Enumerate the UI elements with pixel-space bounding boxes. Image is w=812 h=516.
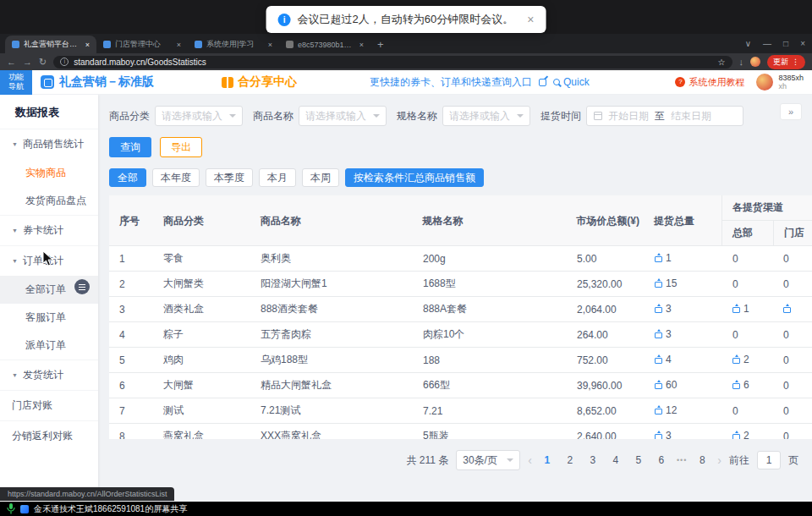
minimize-button[interactable]: — (763, 39, 771, 48)
pickup-value: 3 (666, 328, 672, 340)
sidebar-item[interactable]: 派单订单 (0, 332, 98, 360)
close-icon[interactable]: × (527, 13, 534, 26)
browser-profile-avatar[interactable] (750, 57, 760, 67)
period-tab[interactable]: 本月 (259, 168, 296, 187)
window-controls: ∨ — □ × (745, 34, 805, 53)
site-info-icon[interactable]: i (60, 58, 69, 66)
page-size-select[interactable]: 30条/页 (456, 450, 520, 470)
page-number[interactable]: 2 (562, 454, 578, 466)
query-button[interactable]: 查询 (109, 137, 151, 157)
pickup-link-cell[interactable]: 3 (645, 328, 722, 341)
pickup-link-cell[interactable]: 3 (645, 430, 722, 439)
pickup-box-icon (732, 383, 740, 389)
pickup-link-cell[interactable]: 4 (645, 354, 722, 366)
cell-product-name: 阳澄湖大闸蟹1 (250, 277, 413, 291)
pickup-link-cell[interactable]: 1 (722, 303, 773, 316)
bookmark-star-icon[interactable]: ☆ (718, 58, 726, 67)
period-tab[interactable]: 本季度 (206, 168, 253, 187)
browser-tab[interactable]: 礼盒营销平台管理中心× (5, 36, 96, 53)
sidebar-item[interactable]: 发货商品盘点 (0, 187, 98, 215)
cell-amount: 39,960.00 (567, 380, 645, 392)
microphone-icon[interactable] (7, 503, 15, 514)
sidebar-item[interactable]: 客服订单 (0, 304, 98, 332)
period-tab[interactable]: 本周 (302, 168, 339, 187)
download-icon[interactable]: ↓ (739, 57, 744, 67)
sidebar-item[interactable]: 实物商品 (0, 159, 98, 187)
reload-icon[interactable]: ↻ (39, 57, 47, 68)
search-icon (553, 79, 560, 85)
pickup-box-icon (655, 332, 662, 338)
sales-table: 序号商品分类商品名称规格名称市场价总额(¥)提货总量各提货渠道总部门店 1零食奥… (109, 195, 812, 439)
period-tab[interactable]: 本年度 (152, 168, 200, 187)
pickup-link-cell[interactable]: 1 (645, 252, 722, 265)
tab-close-icon[interactable]: × (268, 41, 272, 49)
sidebar-group[interactable]: ▼商品销售统计 (0, 129, 98, 159)
date-range-input[interactable]: 开始日期 至 结束日期 (586, 106, 743, 126)
period-tab[interactable]: 全部 (109, 168, 146, 187)
filter-label: 规格名称 (397, 109, 437, 124)
pickup-link-cell[interactable]: 6 (722, 379, 773, 392)
page-number[interactable]: 1 (540, 454, 555, 466)
page-number[interactable]: 8 (694, 454, 710, 466)
chrome-update-button[interactable]: 更新 ⋮ (767, 55, 805, 69)
sidebar-collapse-handle[interactable] (74, 279, 90, 294)
page-number[interactable]: 3 (585, 454, 601, 466)
hamburger-icon (79, 287, 85, 288)
chevron-down-icon (517, 114, 524, 118)
sidebar-group[interactable]: ▼订单统计 (0, 245, 98, 276)
quick-search-link[interactable]: Quick (553, 76, 590, 88)
forward-icon[interactable]: → (23, 57, 32, 67)
column-header: 市场价总额(¥) (566, 195, 644, 246)
tab-search-icon[interactable]: ∨ (745, 39, 751, 48)
browser-tab[interactable]: 系统使用|学习× (188, 36, 279, 53)
pickup-link-cell[interactable]: 2 (722, 354, 773, 366)
sidebar-group-label: 发货统计 (23, 368, 63, 382)
cell-index: 5 (109, 354, 153, 366)
sidebar-group[interactable]: 分销返利对账 (0, 420, 98, 451)
page-number[interactable]: 4 (608, 454, 623, 466)
page-number[interactable]: 6 (654, 454, 669, 466)
pickup-link-cell[interactable]: 2 (722, 430, 773, 439)
goto-page-input[interactable]: 1 (757, 451, 781, 469)
browser-toolbar: ← → ↻ i standard.maboy.cn/GoodsStatistic… (0, 53, 812, 70)
browser-tab[interactable]: e8c573980b1328a258fd2e6f× (279, 36, 370, 53)
pickup-link-cell[interactable] (773, 304, 812, 316)
function-nav-button[interactable]: 功能 导航 (0, 70, 32, 95)
new-tab-button[interactable]: + (377, 38, 384, 51)
user-menu[interactable]: 8385xh xh (756, 74, 804, 91)
pickup-link-cell[interactable]: 12 (645, 404, 722, 417)
tab-close-icon[interactable]: × (359, 41, 364, 49)
sidebar-group[interactable]: ▼发货统计 (0, 360, 98, 390)
tab-close-icon[interactable]: × (85, 41, 90, 49)
address-bar[interactable]: i standard.maboy.cn/GoodsStatistics ☆ (53, 56, 732, 69)
sidebar-group[interactable]: 门店对账 (0, 390, 98, 420)
share-center-link[interactable]: 合分享中心 (238, 74, 297, 90)
collapse-filters-button[interactable]: » (780, 103, 802, 120)
tutorial-link[interactable]: ? 系统使用教程 (675, 76, 744, 89)
pickup-value: 3 (666, 430, 672, 439)
sidebar-title: 数据报表 (0, 95, 98, 129)
promo-text[interactable]: 更快捷的券卡、订单和快递查询入口 (370, 75, 532, 90)
cell-product-name: XXX燕窝礼盒 (250, 429, 413, 439)
filter-select[interactable]: 请选择或输入 (442, 106, 530, 126)
summary-button[interactable]: 按检索条件汇总商品销售额 (345, 168, 484, 187)
next-page-button[interactable]: › (717, 453, 721, 467)
pickup-link-cell[interactable]: 60 (645, 379, 722, 392)
filter-select[interactable]: 请选择或输入 (155, 106, 243, 126)
pickup-link-cell[interactable]: 3 (645, 303, 722, 316)
filter-select[interactable]: 请选择或输入 (299, 106, 387, 126)
action-buttons: 查询 导出 (98, 126, 812, 157)
maximize-button[interactable]: □ (783, 39, 788, 48)
tab-label: 礼盒营销平台管理中心 (24, 39, 81, 50)
pickup-link-cell[interactable]: 15 (645, 277, 722, 290)
page-number[interactable]: 5 (631, 454, 646, 466)
back-icon[interactable]: ← (7, 57, 16, 67)
tab-close-icon[interactable]: × (177, 41, 181, 49)
browser-tab[interactable]: 门店管理中心× (96, 36, 188, 53)
export-button[interactable]: 导出 (160, 137, 202, 157)
close-window-button[interactable]: × (800, 39, 805, 48)
table-row: 4粽子五芳斋肉粽肉粽10个264.00300 (109, 322, 812, 348)
pickup-count: 3 (655, 328, 672, 340)
prev-page-button[interactable]: ‹ (528, 453, 532, 467)
sidebar-group[interactable]: ▼券卡统计 (0, 215, 98, 245)
